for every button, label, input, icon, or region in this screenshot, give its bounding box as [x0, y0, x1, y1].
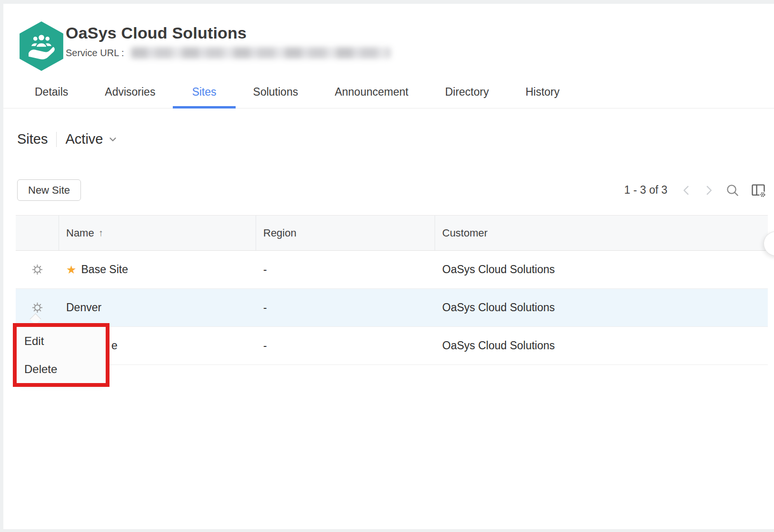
tab-announcement[interactable]: Announcement: [335, 76, 408, 108]
people-hand-icon: [24, 29, 59, 63]
tab-bar: Details Advisories Sites Solutions Annou…: [3, 76, 774, 108]
customer-column-header[interactable]: Customer: [435, 216, 768, 250]
active-filter-dropdown[interactable]: Active: [65, 131, 118, 147]
tab-details[interactable]: Details: [35, 76, 68, 108]
row-actions-gear-button[interactable]: [31, 301, 44, 314]
menu-item-edit[interactable]: Edit: [17, 327, 106, 355]
search-icon: [725, 183, 740, 198]
name-column-header[interactable]: Name: [59, 216, 256, 250]
search-button[interactable]: [725, 183, 740, 198]
tab-sites[interactable]: Sites: [192, 76, 216, 108]
menu-item-delete[interactable]: Delete: [17, 355, 106, 383]
new-site-button[interactable]: New Site: [17, 179, 81, 201]
site-customer: OaSys Cloud Solutions: [435, 339, 768, 352]
site-region: -: [256, 301, 435, 314]
service-url-redacted-value: [131, 47, 390, 59]
tab-directory[interactable]: Directory: [445, 76, 489, 108]
table-row-partially-covered[interactable]: e - OaSys Cloud Solutions: [16, 327, 768, 365]
column-settings-icon: [750, 182, 766, 198]
service-url-label: Service URL :: [66, 48, 124, 59]
prev-page-button[interactable]: [680, 184, 693, 197]
gear-icon: [31, 263, 44, 276]
tab-history[interactable]: History: [526, 76, 560, 108]
tab-advisories[interactable]: Advisories: [105, 76, 155, 108]
actions-column-header: [16, 216, 59, 250]
region-column-header[interactable]: Region: [256, 216, 435, 250]
sites-heading: Sites: [17, 131, 48, 147]
row-context-menu: Edit Delete: [17, 327, 106, 383]
chevron-left-icon: [680, 184, 693, 197]
table-row-base-site[interactable]: Base Site - OaSys Cloud Solutions: [16, 251, 768, 289]
site-name-partial: e: [111, 339, 118, 352]
table-header-row: Name Region Customer: [16, 215, 768, 251]
row-actions-gear-button[interactable]: [31, 263, 44, 276]
table-row-denver[interactable]: Denver - OaSys Cloud Solutions: [16, 289, 768, 327]
site-customer: OaSys Cloud Solutions: [435, 263, 768, 276]
site-region: -: [256, 263, 435, 276]
primary-site-star-icon: [66, 263, 81, 276]
site-customer: OaSys Cloud Solutions: [435, 301, 768, 314]
chevron-right-icon: [703, 184, 715, 197]
column-settings-button[interactable]: [750, 182, 766, 198]
site-name: Base Site: [81, 263, 128, 276]
site-name: Denver: [66, 301, 101, 314]
heading-divider: [56, 132, 57, 147]
active-filter-value: Active: [65, 131, 103, 147]
tab-solutions[interactable]: Solutions: [253, 76, 298, 108]
site-region: -: [256, 339, 435, 352]
gear-icon: [31, 301, 44, 314]
page-title: OaSys Cloud Solutions: [66, 24, 247, 42]
pagination-text: 1 - 3 of 3: [624, 184, 667, 197]
next-page-button[interactable]: [703, 184, 715, 197]
chevron-down-icon: [108, 134, 118, 145]
sites-table: Name Region Customer Base Site - OaSys C…: [16, 215, 768, 365]
